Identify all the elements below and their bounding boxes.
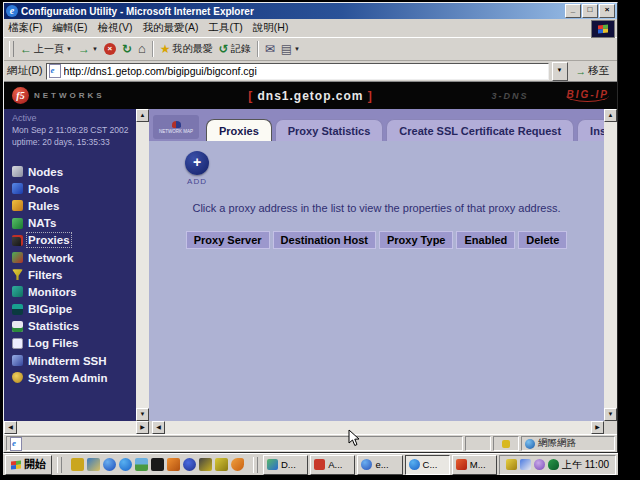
col-destination-host: Destination Host	[273, 231, 376, 249]
nodes-icon	[12, 166, 23, 177]
quick-launch-icon[interactable]	[87, 458, 100, 471]
quick-launch-icon[interactable]	[103, 458, 116, 471]
sidebar-item-monitors[interactable]: Monitors	[12, 283, 136, 300]
scroll-left-icon[interactable]: ◀	[152, 421, 165, 434]
proxies-icon	[12, 235, 23, 246]
internet-zone-icon	[525, 439, 535, 449]
forward-button[interactable]: → ▼	[75, 42, 101, 56]
link-bigip[interactable]: BIG-IP	[566, 89, 609, 102]
tab-proxies[interactable]: Proxies	[206, 119, 272, 141]
history-button[interactable]: ↺ 記錄	[216, 41, 254, 57]
task-button-configuration-utility[interactable]: C...	[405, 455, 450, 475]
sidebar-item-rules[interactable]: Rules	[12, 197, 136, 214]
sidebar-item-filters[interactable]: Filters	[12, 266, 136, 283]
quick-launch-icon[interactable]	[183, 458, 196, 471]
task-icon	[361, 459, 372, 470]
menu-file[interactable]: 檔案(F)	[8, 21, 42, 35]
sidebar-item-mindterm-ssh[interactable]: Mindterm SSH	[12, 352, 136, 369]
refresh-button[interactable]: ↻	[119, 42, 135, 56]
sidebar-item-statistics[interactable]: Statistics	[12, 318, 136, 335]
scroll-right-icon[interactable]: ▶	[591, 421, 604, 434]
page-icon	[49, 64, 61, 78]
quick-launch-icon[interactable]	[167, 458, 180, 471]
tray-icon[interactable]	[506, 459, 517, 470]
col-enabled: Enabled	[456, 231, 515, 249]
taskbar-grip	[57, 457, 62, 473]
minimize-button[interactable]: _	[565, 4, 581, 18]
task-button-1[interactable]: D...	[263, 455, 308, 475]
system-uptime: uptime: 20 days, 15:35:33	[12, 137, 136, 147]
scrollbar-corner	[604, 421, 617, 434]
ie-quick-launch-icon[interactable]	[119, 458, 132, 471]
network-map-button[interactable]: NETWORK MAP	[153, 115, 199, 139]
task-button-2[interactable]: A...	[310, 455, 355, 475]
ie-throbber-logo	[591, 20, 615, 38]
scroll-up-icon[interactable]: ▲	[604, 109, 617, 122]
address-input[interactable]: http://dns1.getop.com/bigipgui/bigconf.c…	[46, 63, 549, 80]
back-button[interactable]: ← 上一頁 ▼	[17, 41, 75, 57]
menu-edit[interactable]: 編輯(E)	[52, 21, 87, 35]
favorites-button[interactable]: ★ 我的最愛	[157, 41, 216, 57]
add-proxy-button[interactable]: +	[185, 151, 209, 175]
quick-launch-icon[interactable]	[231, 458, 244, 471]
sidebar-item-system-admin[interactable]: System Admin	[12, 369, 136, 386]
tab-create-ssl-certificate-request[interactable]: Create SSL Certificate Request	[386, 119, 574, 141]
menu-tools[interactable]: 工具(T)	[208, 21, 242, 35]
quick-launch-icon[interactable]	[199, 458, 212, 471]
add-label: ADD	[167, 177, 227, 186]
sidebar-item-bigpipe[interactable]: BIGpipe	[12, 301, 136, 318]
table-header-row: Proxy Server Destination Host Proxy Type…	[186, 231, 568, 249]
mail-button[interactable]: ✉	[262, 42, 278, 56]
forward-dropdown-icon[interactable]: ▼	[92, 46, 98, 52]
tray-icon[interactable]	[548, 459, 559, 470]
address-dropdown-button[interactable]: ▼	[552, 62, 568, 81]
maximize-button[interactable]: □	[582, 4, 598, 18]
menu-view[interactable]: 檢視(V)	[97, 21, 132, 35]
taskbar-clock: 上午 11:00	[562, 458, 609, 472]
sidebar-item-pools[interactable]: Pools	[12, 180, 136, 197]
scroll-up-icon[interactable]: ▲	[136, 109, 149, 122]
menu-favorites[interactable]: 我的最愛(A)	[142, 21, 198, 35]
sidebar-item-log-files[interactable]: Log Files	[12, 335, 136, 352]
tray-icon[interactable]	[534, 459, 545, 470]
menu-help[interactable]: 說明(H)	[253, 21, 289, 35]
tab-proxy-statistics[interactable]: Proxy Statistics	[275, 119, 384, 141]
monitors-icon	[12, 286, 23, 297]
sidebar-item-proxies[interactable]: Proxies	[12, 232, 136, 249]
quick-launch-icon[interactable]	[215, 458, 228, 471]
go-button[interactable]: → 移至	[571, 63, 615, 80]
horizontal-scroll-row: ◀ ▶ ◀ ▶	[4, 421, 617, 434]
start-button[interactable]: 開始	[5, 455, 52, 475]
main-vertical-scrollbar[interactable]: ▲ ▼	[604, 109, 617, 421]
tray-icon[interactable]	[520, 459, 531, 470]
stop-button[interactable]: ×	[101, 42, 119, 56]
sidebar-vertical-scrollbar[interactable]: ▲ ▼	[136, 109, 149, 421]
link-3dns[interactable]: 3-DNS	[491, 91, 528, 101]
frames-area: Active Mon Sep 2 11:09:28 CST 2002 uptim…	[4, 109, 617, 421]
toolbar-separator	[152, 41, 154, 57]
task-button-5[interactable]: M...	[452, 455, 497, 475]
scroll-left-icon[interactable]: ◀	[4, 421, 17, 434]
quick-launch-icon[interactable]	[71, 458, 84, 471]
home-button[interactable]: ⌂	[135, 42, 149, 56]
window-title: Configuration Utility - Microsoft Intern…	[21, 6, 564, 17]
sidebar-item-nats[interactable]: NATs	[12, 215, 136, 232]
print-button[interactable]: ▤▼	[278, 42, 303, 56]
tab-install-ssl-certificate[interactable]: Install SSL Certif	[577, 119, 604, 141]
scroll-down-icon[interactable]: ▼	[604, 408, 617, 421]
browser-window: e Configuration Utility - Microsoft Inte…	[3, 2, 618, 453]
scroll-right-icon[interactable]: ▶	[136, 421, 149, 434]
sidebar-item-network[interactable]: Network	[12, 249, 136, 266]
scroll-down-icon[interactable]: ▼	[136, 408, 149, 421]
status-bar: 網際網路	[4, 434, 617, 452]
task-button-3[interactable]: e...	[357, 455, 402, 475]
quick-launch-icon[interactable]	[135, 458, 148, 471]
sidebar-horizontal-scrollbar[interactable]: ◀ ▶	[4, 421, 149, 434]
quick-launch-icon[interactable]	[151, 458, 164, 471]
main-horizontal-scrollbar[interactable]: ◀ ▶	[152, 421, 604, 434]
sidebar-item-nodes[interactable]: Nodes	[12, 163, 136, 180]
close-button[interactable]: ×	[599, 4, 615, 18]
system-tray: 上午 11:00	[499, 455, 616, 475]
task-buttons: D... A... e... C... M...	[263, 455, 497, 475]
back-dropdown-icon[interactable]: ▼	[66, 46, 72, 52]
